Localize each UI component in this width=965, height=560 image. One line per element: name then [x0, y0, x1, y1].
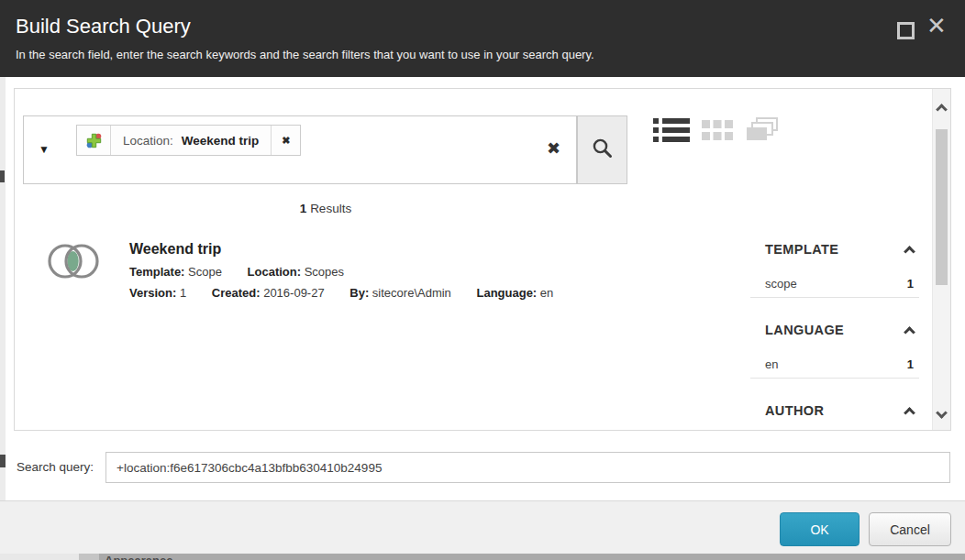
result-item[interactable]: Weekend trip Template: Scope Location: S… [129, 241, 575, 300]
meta-value: Scope [188, 265, 222, 279]
facet-title: LANGUAGE [765, 323, 844, 337]
facets-sidebar: TEMPLATE scope 1 LANGUAGE en 1 AUTHOR [750, 89, 919, 432]
search-query-input[interactable] [105, 452, 950, 483]
facet-row-scope[interactable]: scope 1 [765, 277, 914, 291]
facet-count: 1 [907, 357, 914, 371]
maximize-icon[interactable] [897, 22, 915, 39]
meta-label: Language: [476, 286, 537, 300]
filter-chip-label: Location: Weekend trip [111, 126, 272, 155]
filter-field-name: Location: [123, 134, 173, 148]
meta-label: Created: [212, 286, 261, 300]
results-count: 1 Results [23, 202, 628, 215]
dialog-subtitle: In the search field, enter the search ke… [16, 48, 594, 61]
meta-label: By: [349, 286, 369, 300]
facet-divider [750, 378, 919, 379]
search-options-caret-icon[interactable]: ▼ [39, 143, 50, 156]
result-meta-line-2: Version: 1 Created: 2016-09-27 By: sitec… [129, 286, 575, 300]
build-search-query-dialog: Build Search Query In the search field, … [0, 0, 965, 560]
scroll-down-icon[interactable] [936, 407, 948, 419]
background-text-fragment [0, 455, 6, 467]
facet-value: scope [765, 277, 797, 291]
background-page-edge [0, 77, 6, 554]
background-page-tab [79, 554, 99, 560]
remove-filter-icon[interactable]: ✖ [272, 126, 300, 155]
panel-scrollbar[interactable] [932, 89, 950, 430]
dialog-header: Build Search Query In the search field, … [0, 0, 965, 77]
results-count-number: 1 [300, 202, 307, 215]
meta-value: Scopes [305, 265, 344, 279]
results-count-label: Results [310, 202, 351, 215]
chevron-up-icon[interactable] [904, 246, 915, 258]
magnifier-icon [592, 137, 614, 163]
chevron-up-icon[interactable] [904, 326, 915, 338]
meta-value: 2016-09-27 [263, 286, 325, 300]
background-page-left [0, 554, 79, 560]
meta-value: sitecore\Admin [372, 286, 451, 300]
cancel-button[interactable]: Cancel [869, 512, 951, 546]
ok-button[interactable]: OK [780, 512, 860, 546]
result-title[interactable]: Weekend trip [129, 241, 575, 258]
meta-label: Location: [248, 265, 302, 279]
scope-venn-icon [48, 242, 99, 284]
facet-divider [750, 297, 919, 298]
grid-view-icon[interactable] [702, 117, 733, 147]
chevron-up-icon[interactable] [904, 407, 915, 419]
scroll-up-icon[interactable] [936, 104, 948, 115]
dialog-footer: OK Cancel [0, 500, 965, 554]
dialog-title: Build Search Query [16, 15, 191, 38]
close-icon[interactable]: ✕ [926, 14, 947, 38]
search-input-area[interactable]: ▼ Location: Weekend trip ✖ ✖ [23, 115, 577, 184]
facet-header-template[interactable]: TEMPLATE [765, 242, 914, 257]
background-page-strip: Appearance [0, 554, 965, 560]
search-button[interactable] [577, 115, 627, 184]
meta-value: 1 [180, 286, 186, 300]
search-query-label: Search query: [17, 452, 94, 483]
meta-value: en [540, 286, 553, 300]
result-meta-line-1: Template: Scope Location: Scopes [129, 265, 575, 279]
facet-title: AUTHOR [765, 403, 824, 418]
background-partial-text: Appearance [105, 555, 172, 560]
search-results-panel: ▼ Location: Weekend trip ✖ ✖ [14, 88, 951, 431]
facet-header-language[interactable]: LANGUAGE [765, 323, 914, 337]
filter-field-value: Weekend trip [182, 134, 260, 148]
scrollbar-thumb[interactable] [936, 129, 948, 285]
facet-title: TEMPLATE [765, 242, 838, 257]
add-filter-icon [77, 126, 111, 155]
facet-value: en [765, 357, 778, 371]
background-text-fragment [0, 170, 5, 182]
clear-search-icon[interactable]: ✖ [547, 138, 560, 159]
filter-chip-location[interactable]: Location: Weekend trip ✖ [76, 125, 301, 156]
meta-label: Template: [129, 265, 184, 279]
facet-count: 1 [907, 277, 914, 291]
list-view-icon[interactable] [653, 117, 690, 147]
meta-label: Version: [129, 286, 176, 300]
facet-row-en[interactable]: en 1 [765, 357, 914, 371]
facet-header-author[interactable]: AUTHOR [765, 403, 914, 418]
